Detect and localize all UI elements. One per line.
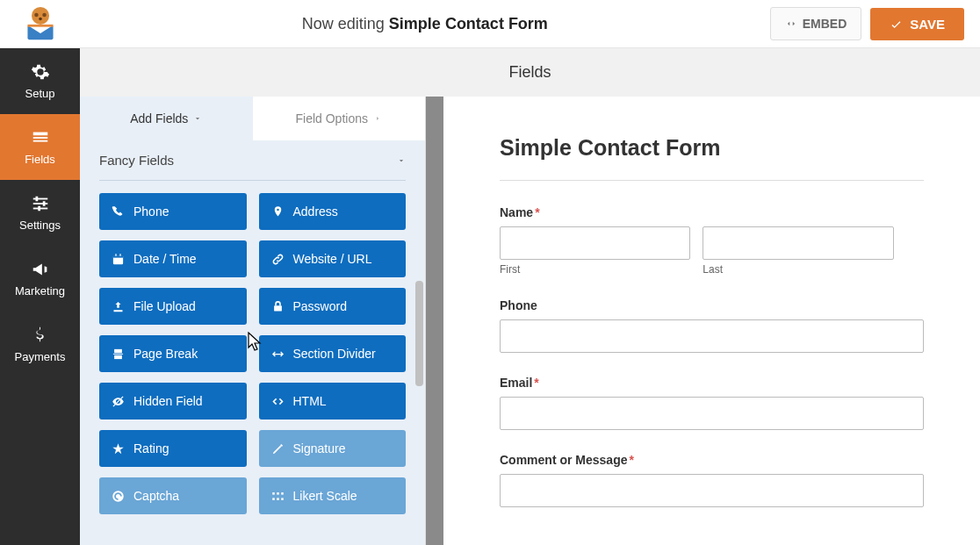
- field-type-date-time[interactable]: Date / Time: [99, 240, 247, 277]
- sidebar-label: Fields: [25, 153, 55, 166]
- top-bar: Now editing Simple Contact Form EMBED SA…: [0, 0, 980, 48]
- field-name[interactable]: Name* First Last: [500, 205, 924, 276]
- likert-icon: [271, 490, 285, 503]
- svg-point-3: [39, 18, 42, 21]
- form-title: Simple Contact Form: [500, 135, 924, 161]
- sidebar-item-settings[interactable]: Settings: [0, 180, 80, 246]
- field-type-password[interactable]: Password: [259, 288, 407, 325]
- svg-rect-6: [27, 25, 53, 27]
- sidebar-item-marketing[interactable]: Marketing: [0, 246, 80, 312]
- field-button-label: Phone: [133, 204, 169, 219]
- comment-input[interactable]: [500, 474, 924, 507]
- code-icon: [785, 18, 797, 30]
- field-type-file-upload[interactable]: File Upload: [99, 288, 247, 325]
- svg-rect-15: [38, 206, 40, 212]
- svg-point-1: [34, 13, 39, 18]
- sidebar-label: Payments: [15, 350, 66, 363]
- phone-icon: [112, 205, 125, 219]
- chevron-right-icon: [373, 114, 382, 123]
- lock-icon: [271, 300, 285, 313]
- eyeoff-icon: [112, 395, 125, 408]
- divider: [500, 180, 924, 181]
- dollar-icon: [31, 326, 50, 345]
- svg-rect-13: [35, 197, 38, 202]
- sublabel-last: Last: [703, 263, 893, 276]
- svg-rect-26: [277, 492, 279, 495]
- left-iconbar: Setup Fields Settings Marketing Payments: [0, 48, 80, 545]
- field-type-phone[interactable]: Phone: [99, 193, 247, 230]
- logo: [0, 0, 80, 48]
- sidebar-item-setup[interactable]: Setup: [0, 48, 80, 114]
- tab-add-fields[interactable]: Add Fields: [80, 97, 253, 140]
- field-email[interactable]: Email*: [500, 376, 924, 430]
- save-button[interactable]: SAVE: [870, 8, 964, 40]
- sublabel-first: First: [500, 263, 690, 276]
- field-label: Phone: [500, 298, 924, 312]
- field-type-signature[interactable]: Signature: [259, 430, 407, 467]
- field-type-section-divider[interactable]: Section Divider: [259, 335, 407, 372]
- svg-rect-18: [115, 254, 116, 256]
- field-phone[interactable]: Phone: [500, 298, 924, 353]
- field-button-label: HTML: [293, 394, 327, 408]
- field-button-label: Rating: [133, 441, 169, 455]
- svg-rect-25: [272, 492, 275, 495]
- pen-icon: [271, 442, 285, 455]
- field-type-rating[interactable]: Rating: [99, 430, 247, 467]
- field-label: Email*: [500, 376, 924, 390]
- field-button-label: Hidden Field: [133, 394, 203, 408]
- panel-title: Fields: [80, 48, 980, 97]
- field-type-captcha[interactable]: Captcha: [99, 477, 247, 514]
- sidebar-item-fields[interactable]: Fields: [0, 114, 80, 180]
- svg-rect-14: [42, 201, 45, 206]
- chevron-down-icon: [193, 114, 202, 123]
- field-button-label: Date / Time: [133, 252, 197, 266]
- field-button-label: Section Divider: [293, 347, 376, 361]
- form-preview-wrap: Simple Contact Form Name* First Last: [426, 97, 980, 545]
- first-name-input[interactable]: [500, 226, 690, 260]
- field-button-label: File Upload: [133, 299, 196, 313]
- field-type-html[interactable]: HTML: [259, 383, 407, 420]
- field-label: Name*: [500, 205, 924, 219]
- phone-input[interactable]: [500, 319, 924, 353]
- scrollbar-thumb[interactable]: [415, 281, 423, 386]
- pagebreak-icon: [112, 348, 125, 361]
- svg-point-2: [42, 13, 47, 18]
- embed-button[interactable]: EMBED: [770, 7, 862, 40]
- field-type-website-url[interactable]: Website / URL: [259, 240, 407, 277]
- last-name-input[interactable]: [703, 226, 893, 260]
- field-button-label: Signature: [293, 441, 346, 455]
- field-button-label: Website / URL: [293, 252, 372, 266]
- svg-rect-30: [281, 498, 284, 500]
- field-button-label: Captcha: [133, 489, 179, 503]
- field-button-label: Page Break: [133, 347, 198, 361]
- svg-rect-10: [32, 198, 47, 200]
- field-comment[interactable]: Comment or Message*: [500, 453, 924, 507]
- svg-rect-22: [114, 355, 122, 358]
- content-area: Fields Add Fields Field Options Fancy Fi…: [80, 48, 980, 545]
- svg-rect-20: [274, 305, 282, 311]
- form-preview[interactable]: Simple Contact Form Name* First Last: [443, 97, 980, 545]
- svg-rect-8: [32, 137, 47, 139]
- svg-rect-28: [272, 498, 275, 500]
- svg-rect-17: [113, 255, 123, 258]
- link-icon: [271, 253, 285, 266]
- bullhorn-icon: [31, 260, 50, 279]
- palette-scroll[interactable]: Fancy Fields PhoneAddressDate / TimeWebs…: [80, 140, 425, 545]
- field-type-likert-scale[interactable]: Likert Scale: [259, 477, 407, 514]
- sidebar-item-payments[interactable]: Payments: [0, 312, 80, 377]
- field-type-hidden-field[interactable]: Hidden Field: [99, 383, 247, 420]
- email-input[interactable]: [500, 397, 924, 430]
- field-type-address[interactable]: Address: [259, 193, 407, 230]
- field-button-label: Address: [293, 204, 338, 219]
- fields-icon: [31, 128, 50, 147]
- field-type-page-break[interactable]: Page Break: [99, 335, 247, 372]
- svg-rect-9: [32, 140, 47, 142]
- svg-rect-11: [32, 203, 47, 204]
- svg-rect-21: [114, 348, 122, 352]
- svg-rect-19: [119, 254, 120, 256]
- field-group-header[interactable]: Fancy Fields: [80, 140, 425, 175]
- tab-field-options[interactable]: Field Options: [253, 97, 426, 140]
- arrows-icon: [271, 348, 285, 361]
- check-icon: [890, 18, 903, 31]
- svg-point-0: [32, 7, 49, 25]
